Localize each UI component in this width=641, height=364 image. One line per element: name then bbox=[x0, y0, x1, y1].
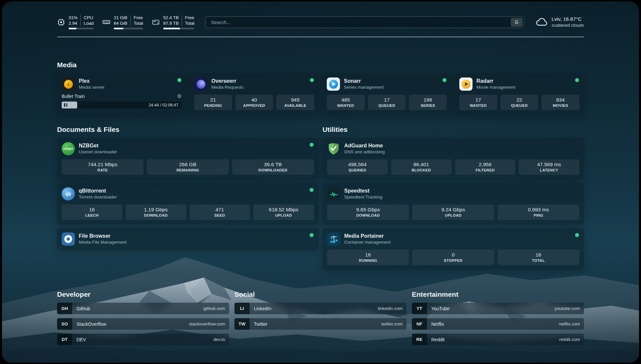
ram-icon bbox=[102, 18, 110, 26]
app-card-qbittorrent[interactable]: qbqBittorrentTorrent downloader16LEECH1.… bbox=[57, 183, 319, 224]
search-engine-button[interactable]: G bbox=[511, 18, 523, 27]
app-subtitle: Movie management bbox=[476, 84, 516, 90]
bookmark-youtube[interactable]: YTYouTubeyoutube.com bbox=[412, 303, 584, 314]
stat-value: 498,564 bbox=[329, 162, 386, 167]
pause-icon[interactable] bbox=[64, 103, 67, 107]
stat-label: UPLOAD bbox=[255, 213, 312, 217]
stat-value: 40 bbox=[237, 97, 271, 103]
stat-tile: 945AVAILABLE bbox=[276, 95, 314, 110]
divider bbox=[130, 15, 131, 26]
bookmark-netflix[interactable]: NFNetflixnetflix.com bbox=[412, 318, 584, 330]
storage-values: 52.4 TB97.9 TB bbox=[163, 15, 179, 26]
section-media: Media ›PlexMedia serverBullet Train⚙24:4… bbox=[57, 61, 584, 114]
playback-time: 24:44 / 02:06:47 bbox=[149, 103, 178, 107]
app-card-overseerr[interactable]: OverseerrMedia Requests21PENDING40APPROV… bbox=[190, 73, 319, 114]
weather-condition: scattered clouds bbox=[552, 22, 584, 28]
section-title-documents: Documents & Files bbox=[57, 126, 319, 134]
stat-label: STOPPED bbox=[414, 258, 492, 262]
bookmark-url: dev.to bbox=[213, 337, 225, 342]
status-dot bbox=[310, 143, 314, 147]
cpu-values: 31%2.94 bbox=[69, 15, 77, 26]
app-card-nzbget[interactable]: nzbgetNZBGetUsenet downloader744.21 Mbps… bbox=[57, 138, 319, 179]
media-cards-grid: ›PlexMedia serverBullet Train⚙24:44 / 02… bbox=[57, 73, 584, 114]
header-divider bbox=[57, 37, 584, 37]
bookmark-badge: RE bbox=[412, 334, 427, 345]
stat-label: PING bbox=[500, 213, 577, 217]
bookmark-name: LinkedIn bbox=[254, 306, 271, 311]
weather-location-temp: Lviv, 16.87°C bbox=[552, 16, 584, 22]
app-subtitle: Speedtest Tracking bbox=[344, 194, 382, 200]
app-header: RadarrMovie management bbox=[459, 77, 579, 91]
bookmark-badge: TW bbox=[234, 318, 250, 330]
stat-tiles: 744.21 MbpsRATE266 GBREMAINING39.6 TBDOW… bbox=[62, 159, 314, 175]
app-card-plex[interactable]: ›PlexMedia serverBullet Train⚙24:44 / 02… bbox=[57, 73, 186, 114]
stat-tiles: 17WANTED22QUEUED834MOVIES bbox=[459, 95, 579, 110]
stat-value: 9.24 Gbps bbox=[414, 207, 492, 213]
storage-progress-bar bbox=[163, 28, 195, 29]
playback-progress-bar[interactable]: 24:44 / 02:06:47 bbox=[62, 102, 182, 108]
search-input[interactable] bbox=[210, 19, 510, 25]
bookmark-badge: GH bbox=[57, 303, 72, 314]
stat-tile: 16LEECH bbox=[62, 204, 122, 220]
bookmark-github[interactable]: GHGithubgithub.com bbox=[57, 303, 229, 314]
bookmark-name: DEV bbox=[76, 337, 86, 342]
bookmark-url: linkedin.com bbox=[378, 306, 403, 311]
app-header: File BrowserMedia File Management bbox=[62, 232, 314, 246]
weather-widget: Lviv, 16.87°C scattered clouds bbox=[535, 16, 584, 28]
nzbget-icon: nzbget bbox=[62, 142, 75, 155]
stat-value: 1.19 Gbps bbox=[128, 207, 184, 213]
app-subtitle: Media Requests bbox=[211, 84, 244, 90]
system-stats: 31%2.94 CPULoad bbox=[57, 15, 194, 29]
stat-tiles: 485WANTED17QUEUED196SERIES bbox=[327, 95, 447, 110]
app-name: qBittorrent bbox=[79, 188, 117, 194]
stat-label: RATE bbox=[64, 168, 141, 172]
app-card-sonarr[interactable]: SonarrSeries management485WANTED17QUEUED… bbox=[322, 73, 451, 114]
stat-value: 485 bbox=[329, 97, 363, 103]
stat-label: QUEUED bbox=[370, 104, 404, 107]
bookmark-stackoverflow[interactable]: SOStackOverflowstackoverflow.com bbox=[57, 318, 229, 330]
bookmark-group-social: SocialLILinkedInlinkedin.comTWTwittertwi… bbox=[234, 290, 407, 345]
plex-icon: › bbox=[62, 77, 75, 91]
search-bar: G bbox=[205, 16, 524, 28]
stat-tile: 16TOTAL bbox=[498, 250, 579, 265]
stat-label: LATENCY bbox=[521, 168, 577, 172]
speedtest-icon bbox=[327, 187, 340, 200]
gear-icon[interactable]: ⚙ bbox=[177, 94, 182, 99]
bookmark-twitter[interactable]: TWTwittertwitter.com bbox=[234, 318, 407, 330]
section-title-utilities: Utilities bbox=[322, 126, 584, 134]
radarr-icon bbox=[459, 77, 473, 91]
app-card-adguard[interactable]: AdGuard HomeDNS and adblocking498,564QUE… bbox=[322, 138, 584, 179]
app-name: Radarr bbox=[476, 78, 516, 84]
app-card-filebrowser[interactable]: File BrowserMedia File Management bbox=[57, 228, 319, 250]
bookmark-url: stackoverflow.com bbox=[189, 321, 225, 326]
stat-tile: 16RUNNING bbox=[327, 250, 409, 265]
stat-tile: 21PENDING bbox=[194, 95, 232, 110]
bookmark-url: twitter.com bbox=[381, 321, 403, 326]
bookmark-groups: DeveloperGHGithubgithub.comSOStackOverfl… bbox=[57, 290, 584, 345]
stat-label: TOTAL bbox=[500, 258, 577, 262]
stat-tile: 47.569 msLATENCY bbox=[519, 159, 579, 175]
app-name: NZBGet bbox=[79, 142, 117, 149]
documents-cards: nzbgetNZBGetUsenet downloader744.21 Mbps… bbox=[57, 138, 319, 250]
app-name: Plex bbox=[79, 78, 105, 84]
stat-label: SEED bbox=[192, 213, 248, 217]
app-subtitle: Torrent downloader bbox=[79, 194, 117, 200]
status-dot bbox=[443, 78, 446, 82]
app-card-portainer[interactable]: Media PortainerContainer management16RUN… bbox=[322, 228, 584, 269]
stat-tile: 266 GBREMAINING bbox=[147, 159, 229, 175]
bookmark-reddit[interactable]: RERedditreddit.com bbox=[412, 334, 584, 345]
stat-tiles: 498,564QUERIES86,401BLOCKED2,956FILTERED… bbox=[327, 159, 579, 175]
stat-value: 618.52 Mbps bbox=[255, 207, 312, 213]
stat-value: 945 bbox=[278, 97, 312, 103]
bookmark-name: Github bbox=[76, 306, 90, 311]
stat-tiles: 9.65 GbpsDOWNLOAD9.24 GbpsUPLOAD0.993 ms… bbox=[327, 204, 579, 220]
bookmark-linkedin[interactable]: LILinkedInlinkedin.com bbox=[234, 303, 407, 314]
cpu-progress-bar bbox=[69, 28, 94, 29]
stat-value: 266 GB bbox=[149, 162, 227, 167]
app-name: File Browser bbox=[79, 233, 127, 239]
bookmark-dev[interactable]: DTDEVdev.to bbox=[57, 334, 229, 345]
app-card-radarr[interactable]: RadarrMovie management17WANTED22QUEUED83… bbox=[455, 73, 584, 114]
stat-label: DOWNLOAD bbox=[128, 213, 184, 217]
app-card-speedtest[interactable]: SpeedtestSpeedtest Tracking9.65 GbpsDOWN… bbox=[322, 183, 584, 224]
stat-label: DOWNLOADED bbox=[234, 168, 312, 172]
